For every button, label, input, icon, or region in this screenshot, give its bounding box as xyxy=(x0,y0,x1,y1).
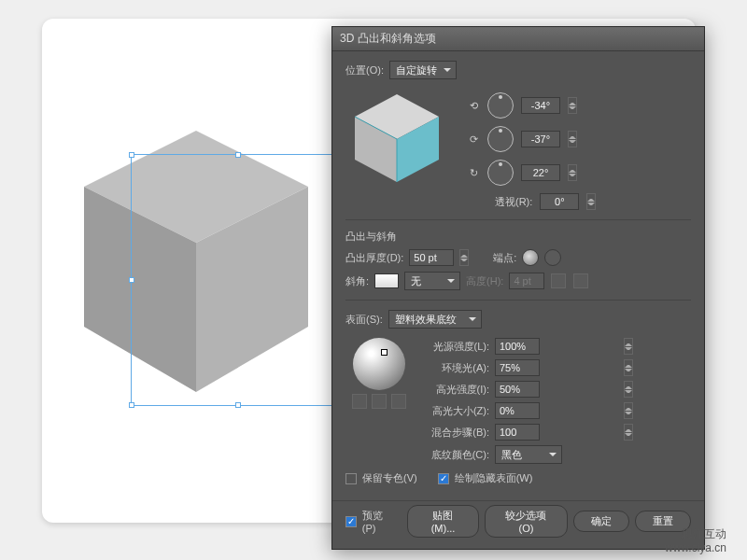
bevel-out-icon[interactable] xyxy=(573,273,588,288)
fewer-options-button[interactable]: 较少选项(O) xyxy=(485,505,568,538)
bevel-height-input: 4 pt xyxy=(509,273,544,289)
preserve-spot-checkbox[interactable] xyxy=(345,473,357,484)
position-select[interactable]: 自定旋转 xyxy=(389,61,457,79)
rotation-trackball[interactable] xyxy=(345,87,448,189)
bevel-select[interactable]: 无 xyxy=(404,272,460,290)
light-intensity-stepper[interactable] xyxy=(624,338,633,355)
rot-z-icon: ↻ xyxy=(467,167,480,179)
extrude-section-label: 凸出与斜角 xyxy=(345,230,691,244)
highlight-size-input[interactable]: 0% xyxy=(495,402,540,419)
cap-label: 端点: xyxy=(493,251,516,265)
depth-label: 凸出厚度(D): xyxy=(345,251,403,265)
ambient-input[interactable]: 75% xyxy=(495,359,540,376)
highlight-size-stepper[interactable] xyxy=(624,402,633,419)
blend-steps-input[interactable]: 100 xyxy=(495,424,540,441)
rot-y-input[interactable]: -37° xyxy=(521,131,560,147)
rot-y-dial[interactable] xyxy=(487,126,514,152)
light-sphere[interactable] xyxy=(353,338,405,390)
rot-y-stepper[interactable] xyxy=(568,131,577,147)
rot-z-dial[interactable] xyxy=(487,160,514,186)
bevel-in-icon[interactable] xyxy=(551,273,566,288)
preview-label: 预览(P) xyxy=(362,509,396,534)
preserve-spot-label: 保留专色(V) xyxy=(362,471,417,485)
rot-x-stepper[interactable] xyxy=(568,97,577,114)
draw-hidden-checkbox[interactable] xyxy=(438,473,449,484)
blend-steps-stepper[interactable] xyxy=(624,424,633,441)
light-intensity-label: 光源强度(L): xyxy=(422,340,489,354)
surface-select[interactable]: 塑料效果底纹 xyxy=(388,310,482,329)
light-delete-icon[interactable] xyxy=(391,394,406,409)
cap-solid-toggle[interactable] xyxy=(522,249,539,266)
highlight-intensity-input[interactable]: 50% xyxy=(495,381,540,398)
light-new-icon[interactable] xyxy=(372,394,387,409)
highlight-intensity-stepper[interactable] xyxy=(624,381,633,398)
rot-z-stepper[interactable] xyxy=(568,164,577,181)
resize-handle-tm[interactable] xyxy=(235,152,241,158)
resize-handle-tl[interactable] xyxy=(129,152,134,158)
ambient-stepper[interactable] xyxy=(624,359,633,376)
depth-stepper[interactable] xyxy=(459,249,469,266)
resize-handle-bl[interactable] xyxy=(129,402,134,408)
rot-z-input[interactable]: 22° xyxy=(521,164,560,181)
bevel-height-label: 高度(H): xyxy=(466,274,503,288)
ambient-label: 环境光(A): xyxy=(422,361,489,375)
bevel-swatch xyxy=(374,273,399,288)
rot-x-input[interactable]: -34° xyxy=(521,97,560,114)
watermark-brand: 思洋互动 xyxy=(665,527,726,540)
blend-steps-label: 混合步骤(B): xyxy=(422,426,489,440)
light-point[interactable] xyxy=(381,349,388,356)
preview-checkbox[interactable] xyxy=(345,516,357,527)
shade-color-select[interactable]: 黑色 xyxy=(495,445,562,464)
watermark: 思洋互动 www.ciya.cn xyxy=(665,527,726,554)
light-intensity-input[interactable]: 100% xyxy=(495,338,540,355)
perspective-input[interactable]: 0° xyxy=(540,193,579,210)
rot-y-icon: ⟳ xyxy=(467,133,480,146)
bevel-label: 斜角: xyxy=(345,274,369,288)
rot-x-icon: ⟲ xyxy=(467,100,480,112)
dialog-3d-extrude-bevel: 3D 凸出和斜角选项 位置(O): 自定旋转 ⟲ -34° xyxy=(331,26,705,550)
highlight-size-label: 高光大小(Z): xyxy=(422,404,489,418)
draw-hidden-label: 绘制隐藏表面(W) xyxy=(455,471,533,485)
surface-label: 表面(S): xyxy=(345,313,383,327)
resize-handle-bm[interactable] xyxy=(235,402,241,408)
ok-button[interactable]: 确定 xyxy=(573,511,629,532)
perspective-stepper[interactable] xyxy=(586,193,596,210)
rot-x-dial[interactable] xyxy=(487,92,514,119)
watermark-url: www.ciya.cn xyxy=(665,541,726,554)
selection-bounding-box[interactable] xyxy=(131,154,345,406)
perspective-label: 透视(R): xyxy=(495,195,532,209)
dialog-title: 3D 凸出和斜角选项 xyxy=(332,27,704,51)
resize-handle-ml[interactable] xyxy=(129,277,134,283)
light-back-icon[interactable] xyxy=(352,394,367,409)
highlight-intensity-label: 高光强度(I): xyxy=(422,383,489,397)
position-label: 位置(O): xyxy=(345,63,384,77)
cap-hollow-toggle[interactable] xyxy=(544,249,561,266)
depth-input[interactable]: 50 pt xyxy=(409,249,454,266)
shade-color-label: 底纹颜色(C): xyxy=(422,448,489,462)
map-art-button[interactable]: 贴图(M)... xyxy=(407,505,479,538)
